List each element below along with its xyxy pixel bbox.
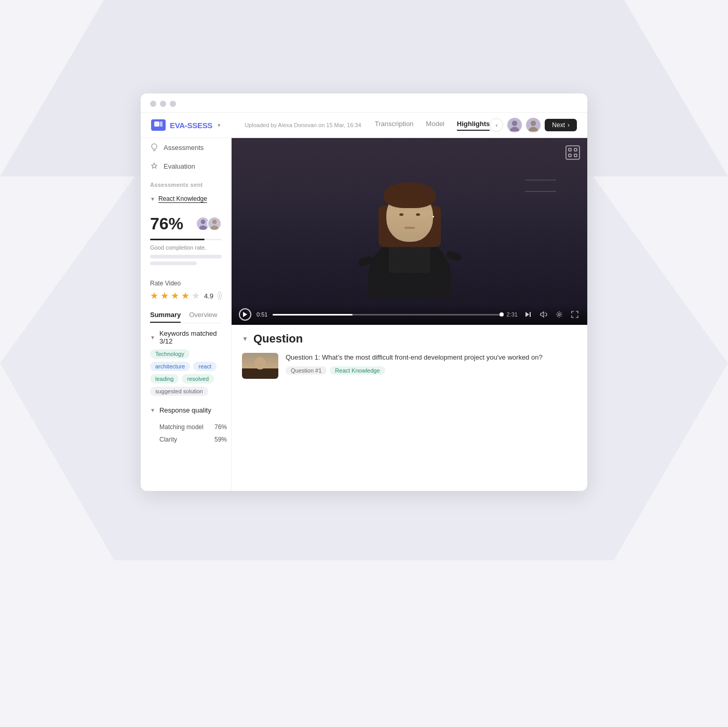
question-header: ▼ Question — [242, 332, 577, 346]
tag-leading: leading — [150, 374, 179, 383]
video-overlay — [232, 138, 587, 325]
app-window: EVA-SSESS ▾ Uploaded by Alexa Donovan on… — [141, 93, 587, 491]
question-badges: Question #1 React Knowledge — [286, 366, 543, 375]
logo-icon — [151, 119, 166, 131]
completion-text: Good completion rate. — [150, 244, 222, 251]
svg-point-3 — [510, 127, 519, 131]
star-icon — [150, 162, 158, 170]
question-collapse-icon[interactable]: ▼ — [242, 335, 248, 342]
fullscreen-button[interactable] — [570, 309, 580, 320]
assessments-sent-label: Assessments sent — [141, 175, 231, 191]
assessments-label: Assessments — [164, 144, 204, 152]
question-section: ▼ Question Question 1: What's the most — [232, 325, 587, 491]
video-controls: 0:51 2:31 — [232, 304, 587, 325]
svg-point-7 — [199, 225, 207, 230]
tab-summary[interactable]: Summary — [150, 308, 181, 323]
tag-technology: Technology — [150, 349, 190, 359]
assessment-chevron-icon: ▼ — [150, 196, 155, 202]
star-rating[interactable]: ★ ★ ★ ★ ★ 4.9 i — [141, 290, 231, 301]
skip-button[interactable] — [523, 309, 533, 320]
tab-transcription[interactable]: Transcription — [375, 120, 414, 131]
svg-rect-1 — [160, 121, 163, 127]
response-quality-header-text: Response quality — [159, 406, 211, 414]
score-progress-fill — [150, 239, 205, 240]
end-time: 2:31 — [507, 311, 518, 318]
user-avatar-2 — [526, 118, 541, 132]
window-dot-1 — [150, 101, 156, 107]
clarity-row: Clarity 59% — [159, 436, 212, 443]
question-thumb-image — [242, 353, 278, 379]
score-percentage: 76% — [150, 214, 183, 234]
video-progress-bar[interactable] — [273, 314, 501, 316]
progress-dot — [500, 312, 504, 317]
svg-rect-11 — [574, 148, 577, 151]
question-thumbnail[interactable] — [242, 353, 278, 379]
tag-architecture: architecture — [150, 362, 190, 371]
rating-info-icon[interactable]: i — [218, 292, 222, 300]
svg-point-2 — [512, 120, 517, 126]
question-text: Question 1: What's the most difficult fr… — [286, 353, 543, 362]
score-progress-bar — [150, 239, 222, 240]
response-quality-section: ▼ Response quality Matching model 76% Cl… — [141, 400, 231, 458]
response-quality-header[interactable]: ▼ Response quality — [150, 406, 222, 414]
badge-question-number: Question #1 — [286, 366, 327, 375]
keywords-collapse-arrow-icon: ▼ — [150, 335, 155, 340]
video-container: 0:51 2:31 — [232, 138, 587, 325]
volume-button[interactable] — [538, 309, 549, 320]
star-1[interactable]: ★ — [150, 290, 158, 301]
scan-icon — [565, 145, 580, 160]
settings-button[interactable] — [554, 309, 564, 320]
score-avatars — [196, 216, 222, 231]
star-3[interactable]: ★ — [171, 290, 179, 301]
question-item: Question 1: What's the most difficult fr… — [242, 353, 577, 379]
matching-model-row: Matching model 76% — [159, 423, 212, 431]
tab-highlights[interactable]: Highlights — [457, 120, 490, 131]
tab-model[interactable]: Model — [426, 120, 444, 131]
assessment-link[interactable]: React Knowledge — [158, 195, 207, 203]
user-avatar-1 — [507, 118, 522, 132]
keyword-tags: Technology architecture react leading re… — [150, 349, 222, 396]
tab-overview[interactable]: Overview — [189, 308, 217, 323]
logo-text: EVA-SSESS — [170, 121, 212, 130]
sidebar-item-assessments[interactable]: Assessments — [141, 138, 231, 157]
tag-react: react — [193, 362, 216, 371]
logo-dropdown-arrow[interactable]: ▾ — [218, 122, 221, 129]
summary-tabs: Summary Overview — [150, 308, 222, 323]
tag-suggested-solution: suggested solution — [150, 387, 208, 396]
evaluation-label: Evaluation — [164, 162, 195, 170]
right-panel: 0:51 2:31 — [232, 138, 587, 491]
star-2[interactable]: ★ — [160, 290, 169, 301]
star-5[interactable]: ★ — [192, 290, 200, 301]
matching-model-label: Matching model — [159, 423, 206, 431]
star-4[interactable]: ★ — [181, 290, 190, 301]
header-nav-tabs: Transcription Model Highlights — [375, 120, 490, 131]
keywords-header[interactable]: ▼ Keywords matched 3/12 — [150, 330, 222, 345]
quality-collapse-arrow-icon: ▼ — [150, 407, 155, 413]
video-player[interactable]: 0:51 2:31 — [232, 138, 587, 325]
rating-value: 4.9 — [204, 292, 213, 300]
main-content: Assessments Evaluation Assessments sent … — [141, 138, 587, 491]
user-navigation: ‹ Next › — [490, 118, 577, 132]
lightbulb-icon — [150, 143, 158, 152]
svg-point-8 — [212, 220, 217, 224]
keywords-section: ▼ Keywords matched 3/12 Technology archi… — [141, 323, 231, 400]
matching-model-pct: 76% — [214, 423, 227, 431]
svg-rect-12 — [569, 154, 571, 157]
play-button[interactable] — [239, 308, 251, 321]
svg-rect-10 — [569, 148, 571, 151]
prev-user-button[interactable]: ‹ — [490, 118, 503, 132]
upload-info: Uploaded by Alexa Donovan on 15 Mar, 16:… — [231, 122, 375, 128]
left-sidebar: Assessments Evaluation Assessments sent … — [141, 138, 232, 491]
window-chrome — [141, 93, 587, 113]
score-avatar-2 — [207, 216, 222, 231]
next-button[interactable]: Next › — [545, 119, 577, 131]
question-title: Question — [253, 332, 303, 346]
header-bar: EVA-SSESS ▾ Uploaded by Alexa Donovan on… — [141, 113, 587, 138]
svg-rect-0 — [154, 121, 159, 127]
window-dot-2 — [160, 101, 166, 107]
sidebar-item-evaluation[interactable]: Evaluation — [141, 157, 231, 175]
assessment-item-react[interactable]: ▼ React Knowledge — [141, 191, 231, 207]
svg-point-15 — [558, 313, 560, 316]
svg-rect-13 — [574, 154, 577, 157]
text-placeholder-lines — [150, 255, 222, 265]
